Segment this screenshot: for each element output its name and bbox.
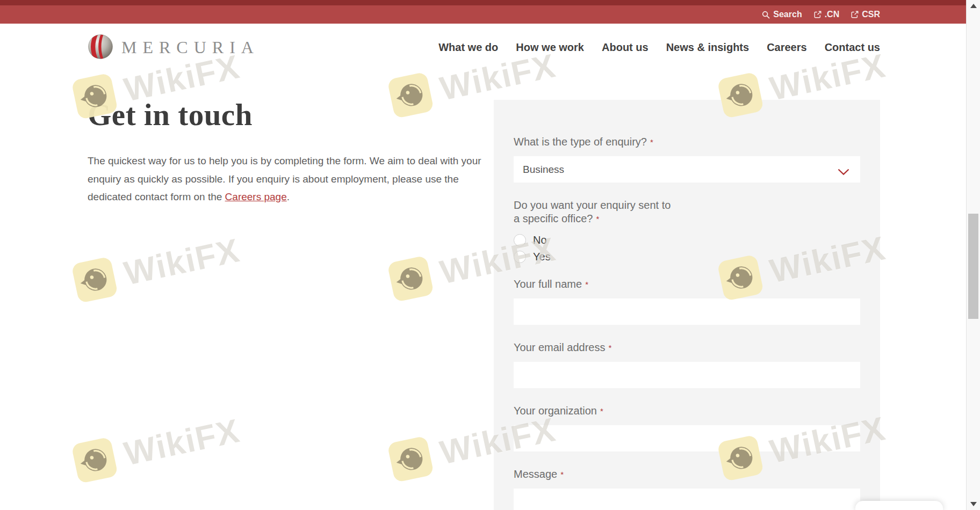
- site-header: MERCURIA What we do How we work About us…: [0, 24, 966, 71]
- chat-widget-stub[interactable]: [855, 501, 943, 510]
- contact-form-panel: What is the type of enquiry?* Business D…: [494, 100, 880, 510]
- csr-link-label: CSR: [862, 10, 880, 19]
- eagle-badge-icon: [387, 255, 434, 302]
- cn-site-link[interactable]: .CN: [814, 10, 840, 19]
- radio-no-label: No: [533, 234, 547, 246]
- cn-link-label: .CN: [825, 10, 840, 19]
- nav-about-us[interactable]: About us: [602, 41, 648, 54]
- radio-no-circle[interactable]: [514, 234, 526, 246]
- radio-option-no[interactable]: No: [514, 233, 860, 247]
- eagle-badge-icon: [71, 256, 118, 303]
- nav-careers[interactable]: Careers: [767, 41, 807, 54]
- scroll-up-button[interactable]: [967, 0, 980, 12]
- organization-label: Your organization*: [514, 404, 860, 418]
- scroll-down-button[interactable]: [967, 498, 980, 510]
- nav-contact-us[interactable]: Contact us: [825, 41, 880, 54]
- watermark-text: WikiFX: [121, 230, 243, 292]
- logo-wordmark: MERCURIA: [121, 38, 260, 57]
- csr-link[interactable]: CSR: [851, 10, 880, 19]
- full-name-input[interactable]: [514, 298, 860, 325]
- organization-input[interactable]: [514, 425, 860, 451]
- enquiry-type-select[interactable]: Business: [514, 156, 860, 183]
- search-link[interactable]: Search: [762, 10, 802, 19]
- wikifx-watermark: WikiFX: [71, 410, 243, 484]
- enquiry-type-field: What is the type of enquiry?* Business: [514, 135, 860, 183]
- message-field-block: Message*: [514, 468, 860, 510]
- vertical-scrollbar[interactable]: [966, 0, 980, 510]
- radio-yes-circle[interactable]: [514, 251, 526, 263]
- full-name-label: Your full name*: [514, 278, 860, 291]
- scrollbar-thumb[interactable]: [968, 214, 978, 319]
- intro-column: Get in touch The quickest way for us to …: [88, 96, 491, 206]
- specific-office-radio-group: No Yes: [514, 233, 860, 264]
- organization-field-block: Your organization*: [514, 404, 860, 451]
- search-icon: [762, 11, 770, 19]
- main-nav: What we do How we work About us News & i…: [438, 41, 880, 54]
- intro-text-after: .: [287, 191, 290, 202]
- mercuria-sphere-icon: [88, 34, 113, 62]
- utility-topbar: Search .CN CSR: [0, 0, 966, 24]
- radio-yes-label: Yes: [533, 251, 551, 263]
- triangle-up-icon: [970, 4, 977, 8]
- nav-what-we-do[interactable]: What we do: [438, 41, 498, 54]
- external-link-icon: [814, 11, 822, 18]
- radio-option-yes[interactable]: Yes: [514, 250, 860, 264]
- external-link-icon: [851, 11, 859, 18]
- intro-paragraph: The quickest way for us to help you is b…: [88, 152, 489, 206]
- watermark-text: WikiFX: [121, 411, 243, 472]
- nav-how-we-work[interactable]: How we work: [516, 41, 584, 54]
- nav-news-insights[interactable]: News & insights: [666, 41, 749, 54]
- email-label: Your email address*: [514, 341, 860, 354]
- eagle-badge-icon: [387, 435, 434, 483]
- wikifx-watermark: WikiFX: [71, 230, 243, 303]
- email-field-block: Your email address*: [514, 341, 860, 388]
- email-input[interactable]: [514, 362, 860, 388]
- message-textarea[interactable]: [514, 489, 860, 510]
- specific-office-field: Do you want your enquiry sent to a speci…: [514, 199, 860, 264]
- mercuria-logo[interactable]: MERCURIA: [88, 34, 260, 62]
- full-name-field-block: Your full name*: [514, 278, 860, 325]
- search-link-label: Search: [773, 10, 802, 19]
- chevron-down-icon: [838, 166, 849, 178]
- triangle-down-icon: [970, 502, 977, 506]
- eagle-badge-icon: [71, 436, 118, 484]
- page-title: Get in touch: [88, 96, 491, 134]
- message-label: Message*: [514, 468, 860, 481]
- specific-office-label: Do you want your enquiry sent to a speci…: [514, 199, 678, 225]
- enquiry-type-label: What is the type of enquiry?*: [514, 135, 860, 149]
- enquiry-type-selected-value: Business: [523, 164, 564, 176]
- careers-page-link[interactable]: Careers page: [225, 191, 287, 202]
